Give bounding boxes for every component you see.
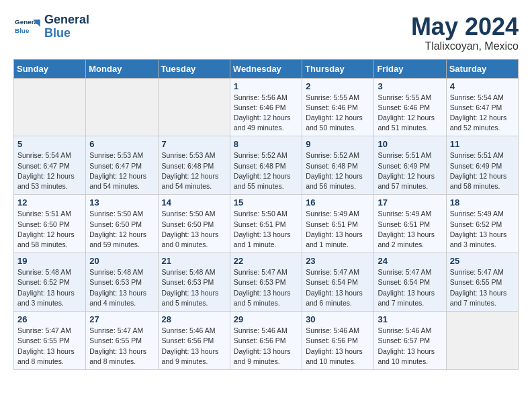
header: General Blue General Blue May 2024 Tlali… (13, 13, 519, 52)
day-info: Sunrise: 5:49 AM Sunset: 6:51 PM Dayligh… (378, 209, 442, 250)
week-row-4: 19Sunrise: 5:48 AM Sunset: 6:52 PM Dayli… (14, 253, 519, 312)
table-cell: 2Sunrise: 5:55 AM Sunset: 6:46 PM Daylig… (302, 78, 374, 136)
day-number: 12 (17, 197, 82, 208)
day-info: Sunrise: 5:50 AM Sunset: 6:50 PM Dayligh… (162, 209, 226, 250)
table-cell: 13Sunrise: 5:50 AM Sunset: 6:50 PM Dayli… (86, 195, 158, 253)
weekday-header-thursday: Thursday (302, 59, 374, 78)
day-number: 2 (306, 81, 370, 91)
day-number: 4 (450, 81, 515, 91)
day-info: Sunrise: 5:47 AM Sunset: 6:55 PM Dayligh… (89, 326, 154, 367)
day-info: Sunrise: 5:51 AM Sunset: 6:50 PM Dayligh… (17, 209, 82, 250)
day-info: Sunrise: 5:54 AM Sunset: 6:47 PM Dayligh… (450, 93, 515, 134)
table-cell (86, 78, 158, 136)
table-cell (158, 78, 230, 136)
day-info: Sunrise: 5:48 AM Sunset: 6:52 PM Dayligh… (17, 267, 82, 308)
day-info: Sunrise: 5:49 AM Sunset: 6:52 PM Dayligh… (450, 209, 515, 250)
day-number: 18 (450, 197, 515, 208)
table-cell: 31Sunrise: 5:46 AM Sunset: 6:57 PM Dayli… (374, 312, 446, 370)
day-info: Sunrise: 5:47 AM Sunset: 6:54 PM Dayligh… (378, 267, 442, 308)
table-cell: 14Sunrise: 5:50 AM Sunset: 6:50 PM Dayli… (158, 195, 230, 253)
table-cell (446, 312, 518, 370)
table-cell: 30Sunrise: 5:46 AM Sunset: 6:56 PM Dayli… (302, 312, 374, 370)
weekday-header-saturday: Saturday (446, 59, 518, 78)
day-number: 13 (89, 197, 154, 208)
calendar-title: May 2024 (411, 13, 519, 40)
day-number: 8 (234, 139, 298, 149)
day-info: Sunrise: 5:49 AM Sunset: 6:51 PM Dayligh… (306, 209, 370, 250)
day-number: 3 (378, 81, 442, 91)
day-info: Sunrise: 5:56 AM Sunset: 6:46 PM Dayligh… (234, 93, 298, 134)
day-number: 25 (450, 256, 515, 266)
title-area: May 2024 Tlalixcoyan, Mexico (411, 13, 519, 52)
table-cell: 18Sunrise: 5:49 AM Sunset: 6:52 PM Dayli… (446, 195, 518, 253)
week-row-3: 12Sunrise: 5:51 AM Sunset: 6:50 PM Dayli… (14, 195, 519, 253)
day-number: 21 (162, 256, 226, 266)
table-cell: 5Sunrise: 5:54 AM Sunset: 6:47 PM Daylig… (14, 136, 86, 195)
day-number: 27 (89, 314, 154, 324)
table-cell: 10Sunrise: 5:51 AM Sunset: 6:49 PM Dayli… (374, 136, 446, 195)
day-number: 20 (89, 256, 154, 266)
calendar-table: SundayMondayTuesdayWednesdayThursdayFrid… (13, 59, 519, 370)
day-number: 19 (17, 256, 82, 266)
day-info: Sunrise: 5:47 AM Sunset: 6:55 PM Dayligh… (17, 326, 82, 367)
table-cell: 4Sunrise: 5:54 AM Sunset: 6:47 PM Daylig… (446, 78, 518, 136)
day-number: 5 (17, 139, 82, 149)
day-number: 30 (306, 314, 370, 324)
day-info: Sunrise: 5:51 AM Sunset: 6:49 PM Dayligh… (450, 150, 515, 191)
table-cell: 17Sunrise: 5:49 AM Sunset: 6:51 PM Dayli… (374, 195, 446, 253)
table-cell: 11Sunrise: 5:51 AM Sunset: 6:49 PM Dayli… (446, 136, 518, 195)
day-number: 26 (17, 314, 82, 324)
table-cell: 29Sunrise: 5:46 AM Sunset: 6:56 PM Dayli… (230, 312, 302, 370)
day-info: Sunrise: 5:52 AM Sunset: 6:48 PM Dayligh… (306, 150, 370, 191)
day-number: 11 (450, 139, 515, 149)
table-cell: 9Sunrise: 5:52 AM Sunset: 6:48 PM Daylig… (302, 136, 374, 195)
day-info: Sunrise: 5:46 AM Sunset: 6:57 PM Dayligh… (378, 326, 442, 367)
weekday-header-friday: Friday (374, 59, 446, 78)
weekday-header-monday: Monday (86, 59, 158, 78)
week-row-2: 5Sunrise: 5:54 AM Sunset: 6:47 PM Daylig… (14, 136, 519, 195)
table-cell: 15Sunrise: 5:50 AM Sunset: 6:51 PM Dayli… (230, 195, 302, 253)
table-cell: 27Sunrise: 5:47 AM Sunset: 6:55 PM Dayli… (86, 312, 158, 370)
day-number: 24 (378, 256, 442, 266)
table-cell: 24Sunrise: 5:47 AM Sunset: 6:54 PM Dayli… (374, 253, 446, 312)
table-cell: 7Sunrise: 5:53 AM Sunset: 6:48 PM Daylig… (158, 136, 230, 195)
day-info: Sunrise: 5:46 AM Sunset: 6:56 PM Dayligh… (306, 326, 370, 367)
table-cell: 28Sunrise: 5:46 AM Sunset: 6:56 PM Dayli… (158, 312, 230, 370)
table-cell: 16Sunrise: 5:49 AM Sunset: 6:51 PM Dayli… (302, 195, 374, 253)
table-cell: 26Sunrise: 5:47 AM Sunset: 6:55 PM Dayli… (14, 312, 86, 370)
table-cell: 20Sunrise: 5:48 AM Sunset: 6:53 PM Dayli… (86, 253, 158, 312)
day-number: 15 (234, 197, 298, 208)
table-cell: 19Sunrise: 5:48 AM Sunset: 6:52 PM Dayli… (14, 253, 86, 312)
day-info: Sunrise: 5:46 AM Sunset: 6:56 PM Dayligh… (162, 326, 226, 367)
day-info: Sunrise: 5:47 AM Sunset: 6:55 PM Dayligh… (450, 267, 515, 308)
day-number: 14 (162, 197, 226, 208)
week-row-5: 26Sunrise: 5:47 AM Sunset: 6:55 PM Dayli… (14, 312, 519, 370)
logo-text: General Blue (44, 13, 89, 40)
weekday-header-wednesday: Wednesday (230, 59, 302, 78)
table-cell: 21Sunrise: 5:48 AM Sunset: 6:53 PM Dayli… (158, 253, 230, 312)
weekday-header-row: SundayMondayTuesdayWednesdayThursdayFrid… (14, 59, 519, 78)
day-number: 17 (378, 197, 442, 208)
day-number: 29 (234, 314, 298, 324)
day-info: Sunrise: 5:46 AM Sunset: 6:56 PM Dayligh… (234, 326, 298, 367)
day-number: 7 (162, 139, 226, 149)
day-info: Sunrise: 5:53 AM Sunset: 6:48 PM Dayligh… (162, 150, 226, 191)
day-info: Sunrise: 5:47 AM Sunset: 6:54 PM Dayligh… (306, 267, 370, 308)
day-info: Sunrise: 5:55 AM Sunset: 6:46 PM Dayligh… (306, 93, 370, 134)
day-info: Sunrise: 5:52 AM Sunset: 6:48 PM Dayligh… (234, 150, 298, 191)
calendar-subtitle: Tlalixcoyan, Mexico (411, 40, 519, 52)
day-number: 23 (306, 256, 370, 266)
day-number: 28 (162, 314, 226, 324)
day-number: 1 (234, 81, 298, 91)
svg-text:Blue: Blue (15, 27, 30, 34)
day-info: Sunrise: 5:50 AM Sunset: 6:50 PM Dayligh… (89, 209, 154, 250)
day-info: Sunrise: 5:47 AM Sunset: 6:53 PM Dayligh… (234, 267, 298, 308)
day-info: Sunrise: 5:50 AM Sunset: 6:51 PM Dayligh… (234, 209, 298, 250)
day-number: 31 (378, 314, 442, 324)
table-cell: 6Sunrise: 5:53 AM Sunset: 6:47 PM Daylig… (86, 136, 158, 195)
table-cell: 1Sunrise: 5:56 AM Sunset: 6:46 PM Daylig… (230, 78, 302, 136)
table-cell: 25Sunrise: 5:47 AM Sunset: 6:55 PM Dayli… (446, 253, 518, 312)
week-row-1: 1Sunrise: 5:56 AM Sunset: 6:46 PM Daylig… (14, 78, 519, 136)
table-cell (14, 78, 86, 136)
day-number: 16 (306, 197, 370, 208)
